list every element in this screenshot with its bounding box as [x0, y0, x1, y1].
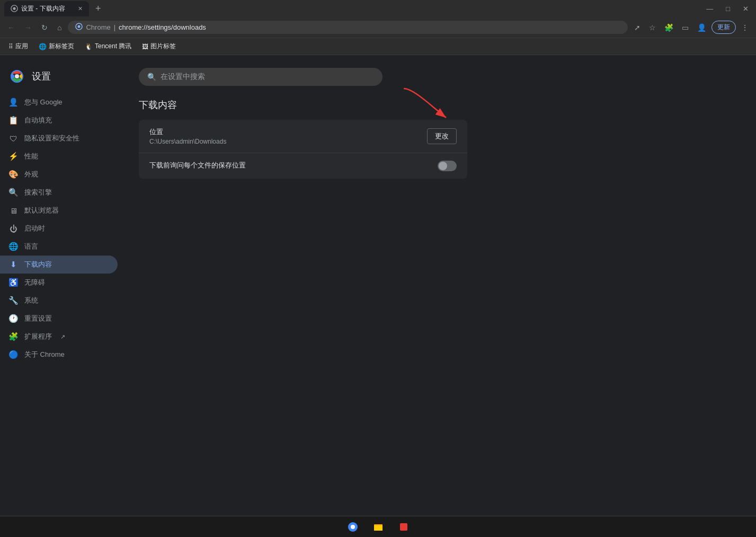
titlebar-controls: — □ ✕	[703, 4, 752, 14]
bookmark-button[interactable]: ☆	[646, 21, 659, 34]
taskbar-folder-icon	[373, 522, 384, 532]
apps-icon: ⠿	[8, 43, 13, 50]
autofill-icon: 📋	[8, 116, 18, 125]
address-site: Chrome	[86, 23, 110, 31]
settings-card: 位置 C:\Users\admin\Downloads 更改 下载前询问每个文件…	[139, 120, 467, 179]
sidebar-label-accessibility: 无障碍	[24, 278, 45, 287]
tab-title: 设置 - 下载内容	[21, 4, 65, 13]
svg-rect-14	[374, 525, 383, 531]
taskbar-explorer[interactable]	[367, 517, 390, 536]
sidebar: 设置 👤 您与 Google 📋 自动填充 🛡 隐私设置和安全性 ⚡ 性能 🎨 …	[0, 55, 122, 537]
taskbar-app-icon	[398, 522, 409, 532]
sidebar-item-performance[interactable]: ⚡ 性能	[0, 147, 118, 165]
sidebar-item-accessibility[interactable]: ♿ 无障碍	[0, 274, 118, 292]
sidebar-item-reset[interactable]: 🕐 重置设置	[0, 310, 118, 328]
change-button[interactable]: 更改	[427, 128, 457, 144]
titlebar-left: 设置 - 下载内容 ✕ +	[4, 1, 105, 16]
bookmark-image-tags-label: 图片标签	[150, 42, 176, 51]
sidebar-label-appearance: 外观	[24, 170, 38, 179]
sidebar-item-autofill[interactable]: 📋 自动填充	[0, 111, 118, 129]
person-icon: 👤	[8, 98, 18, 107]
bookmark-new-tab[interactable]: 🌐 新标签页	[34, 40, 78, 52]
performance-icon: ⚡	[8, 152, 18, 161]
tab-close-button[interactable]: ✕	[78, 5, 83, 12]
shield-icon: 🛡	[8, 134, 18, 143]
bookmarks-bar: ⠿ 应用 🌐 新标签页 🐧 Tencent 腾讯 🖼 图片标签	[0, 38, 756, 55]
sidebar-item-downloads[interactable]: ⬇ 下载内容	[0, 256, 118, 274]
titlebar: 设置 - 下载内容 ✕ + — □ ✕	[0, 0, 756, 17]
taskbar-chrome-icon	[348, 522, 358, 532]
sidebar-item-system[interactable]: 🔧 系统	[0, 292, 118, 310]
sidebar-label-about: 关于 Chrome	[24, 350, 65, 359]
taskbar	[0, 516, 756, 537]
taskbar-chrome[interactable]	[341, 517, 364, 536]
sidebar-label-downloads: 下载内容	[24, 260, 52, 269]
address-url: chrome://settings/downloads	[119, 23, 206, 31]
sidebar-label-browser: 默认浏览器	[24, 206, 59, 215]
language-icon: 🌐	[8, 242, 18, 251]
sidebar-item-language[interactable]: 🌐 语言	[0, 237, 118, 256]
maximize-button[interactable]: □	[723, 4, 733, 14]
sidebar-label-startup: 启动时	[24, 224, 45, 233]
update-button[interactable]: 更新	[711, 21, 736, 34]
minimize-button[interactable]: —	[703, 4, 716, 14]
ask-toggle[interactable]	[438, 161, 457, 171]
section-title: 下载内容	[139, 99, 739, 111]
menu-button[interactable]: ⋮	[738, 21, 752, 34]
globe-icon: 🌐	[39, 43, 47, 50]
extensions-button[interactable]: 🧩	[661, 21, 677, 34]
sidebar-label-autofill: 自动填充	[24, 116, 52, 125]
sidebar-label-privacy: 隐私设置和安全性	[24, 134, 79, 143]
new-tab-button[interactable]: +	[91, 2, 105, 15]
sidebar-label-language: 语言	[24, 242, 38, 251]
bookmark-tencent-label: Tencent 腾讯	[95, 42, 131, 51]
location-row: 位置 C:\Users\admin\Downloads 更改	[139, 120, 467, 153]
main-area: 设置 👤 您与 Google 📋 自动填充 🛡 隐私设置和安全性 ⚡ 性能 🎨 …	[0, 55, 756, 537]
bookmark-new-tab-label: 新标签页	[49, 42, 74, 51]
tab-favicon	[11, 5, 18, 12]
sidebar-item-startup[interactable]: ⏻ 启动时	[0, 219, 118, 237]
image-icon: 🖼	[142, 43, 148, 50]
sidebar-item-google[interactable]: 👤 您与 Google	[0, 93, 118, 111]
sidebar-item-browser[interactable]: 🖥 默认浏览器	[0, 201, 118, 219]
sidebar-item-search[interactable]: 🔍 搜索引擎	[0, 183, 118, 201]
browser-icon: 🖥	[8, 206, 18, 215]
location-label: 位置	[149, 127, 226, 137]
close-button[interactable]: ✕	[740, 4, 752, 14]
home-button[interactable]: ⌂	[54, 21, 65, 34]
svg-point-12	[351, 525, 355, 529]
sidebar-label-reset: 重置设置	[24, 314, 52, 323]
svg-point-3	[78, 25, 81, 28]
bookmark-image-tags[interactable]: 🖼 图片标签	[138, 40, 180, 52]
download-icon: ⬇	[8, 260, 18, 269]
sidebar-item-privacy[interactable]: 🛡 隐私设置和安全性	[0, 129, 118, 147]
bookmark-apps[interactable]: ⠿ 应用	[4, 40, 32, 52]
back-button[interactable]: ←	[4, 21, 18, 34]
svg-point-1	[13, 7, 15, 10]
toolbar-actions: ➚ ☆ 🧩 ▭ 👤 更新 ⋮	[631, 21, 752, 34]
search-placeholder: 在设置中搜索	[161, 72, 205, 82]
sidebar-toggle-button[interactable]: ▭	[679, 21, 692, 34]
active-tab[interactable]: 设置 - 下载内容 ✕	[4, 1, 89, 16]
extensions-icon: 🧩	[8, 332, 18, 341]
sidebar-item-about[interactable]: 🔵 关于 Chrome	[0, 346, 118, 364]
bookmark-tencent[interactable]: 🐧 Tencent 腾讯	[81, 40, 136, 52]
svg-rect-15	[400, 523, 407, 531]
forward-button[interactable]: →	[21, 21, 35, 34]
sidebar-item-extensions[interactable]: 🧩 扩展程序 ↗	[0, 328, 118, 346]
sidebar-label-system: 系统	[24, 296, 38, 305]
refresh-button[interactable]: ↻	[38, 21, 51, 34]
share-button[interactable]: ➚	[631, 21, 644, 34]
search-icon: 🔍	[147, 73, 156, 81]
address-separator: |	[114, 23, 115, 31]
settings-header: 设置	[0, 64, 122, 93]
sidebar-item-appearance[interactable]: 🎨 外观	[0, 165, 118, 183]
site-icon	[75, 23, 83, 32]
address-bar[interactable]: Chrome | chrome://settings/downloads	[68, 21, 628, 34]
taskbar-app[interactable]	[392, 517, 415, 536]
search-bar[interactable]: 🔍 在设置中搜索	[139, 68, 383, 86]
svg-point-8	[15, 74, 19, 78]
chrome-logo	[8, 68, 25, 85]
about-icon: 🔵	[8, 350, 18, 359]
profile-button[interactable]: 👤	[694, 21, 709, 34]
